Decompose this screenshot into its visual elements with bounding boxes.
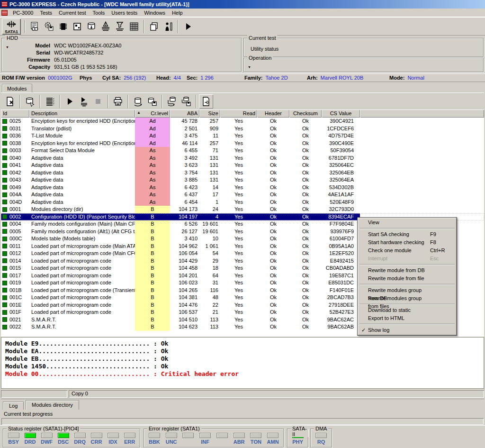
delete-module-button[interactable] — [3, 94, 17, 109]
user-mode-button[interactable] — [161, 19, 175, 34]
log-output[interactable]: Module E9.............................. … — [1, 337, 484, 389]
module-id-cell: 0012 — [1, 250, 29, 257]
module-status-icon — [2, 302, 7, 307]
module-size: 54 — [199, 250, 220, 257]
operation-dropdown-button[interactable]: ▼ — [246, 64, 253, 70]
tab-modules[interactable]: Modules — [2, 84, 32, 92]
heads-test-button[interactable] — [99, 19, 113, 34]
module-header: Ok — [257, 176, 289, 184]
export-db-button[interactable] — [23, 94, 37, 109]
module-row-0040[interactable]: 0040Adaptive dataAs3 492131YesOkOk6781DF… — [1, 155, 484, 162]
led-slot: RQ — [313, 433, 329, 445]
menu-item-start-sa-checking[interactable]: Start SA checkingF9 — [359, 230, 456, 238]
column-header-cs-value[interactable]: CS Value — [322, 110, 360, 118]
module-row-0049[interactable]: 0049Adaptive dataAs6 42314YesOkOk534D302… — [1, 184, 484, 192]
module-cr-level: B — [135, 257, 170, 265]
menu-users-tests[interactable]: Users tests — [108, 9, 141, 17]
menu-tests[interactable]: Tests — [36, 9, 55, 17]
column-header-size[interactable]: Size — [199, 110, 220, 118]
hdd-field-firmware: Firmware05.01D05 — [2, 56, 241, 64]
board-test-button[interactable] — [70, 19, 84, 34]
info-mode-: Mode:Normal — [389, 75, 424, 81]
info-label: Head: — [156, 75, 171, 81]
save-module-db-button[interactable] — [145, 94, 159, 109]
menu-item-start-hardware-checking[interactable]: Start hardware checkingF8 — [359, 238, 456, 247]
hdd-report-button[interactable] — [27, 19, 42, 34]
menu-item-view[interactable]: View — [359, 219, 456, 227]
column-header-checksum[interactable]: Checksum — [289, 110, 322, 118]
column-header-read[interactable]: Read — [220, 110, 257, 118]
menu-item-rewrite-module-from-db[interactable]: Rewrite module from DB — [359, 266, 456, 274]
modules-tab-bar: Modules — [1, 82, 484, 92]
column-header-description[interactable]: Description — [29, 110, 135, 118]
menu-windows[interactable]: Windows — [141, 9, 169, 17]
info-label: Mode: — [389, 75, 404, 81]
tab-log[interactable]: Log — [3, 402, 24, 410]
module-row-004A[interactable]: 004AAdaptive dataAs6 43717YesOkOk4AE1A1A… — [1, 191, 484, 199]
module-size: 257 — [199, 140, 220, 147]
module-row-0043[interactable]: 0043Adaptive dataAs3 885131YesOkOk325064… — [1, 176, 484, 184]
module-row-0003[interactable]: 0003Format Select Data ModuleAs6 45571Ye… — [1, 147, 484, 155]
column-header-header[interactable]: Header — [257, 110, 289, 118]
menu-current-test[interactable]: Current test — [55, 9, 89, 17]
export-html-button[interactable] — [199, 94, 213, 109]
funnel-icon — [115, 21, 125, 32]
drive-info-bar: ROM F/W version0001002GPhysCyl SA:256 (1… — [0, 73, 485, 82]
read-module-db-button[interactable] — [131, 94, 145, 109]
module-id: 0043 — [9, 176, 21, 184]
menu-item-check-one-module[interactable]: Check one moduleCtrl+R — [359, 247, 456, 255]
menu-item-download-to-static[interactable]: Download to static — [359, 306, 456, 314]
module-id-cell: 0015 — [1, 265, 29, 272]
module-description: Translator (pdlist) — [29, 125, 135, 133]
module-checksum: Ok — [289, 323, 322, 331]
module-checksum: Ok — [289, 132, 322, 140]
print-button[interactable] — [111, 94, 125, 109]
module-row-0025[interactable]: 0025Encyiption keys for encripted HDD (E… — [1, 118, 484, 125]
surface-grid-button[interactable] — [127, 19, 141, 34]
menu-item-export-to-html[interactable]: Export to HTML — [359, 314, 456, 322]
menu-item-show-log[interactable]: ✓Show log — [359, 326, 456, 334]
stop-button[interactable] — [91, 94, 105, 109]
copy-button[interactable] — [147, 19, 161, 34]
start-with-options-button[interactable] — [77, 94, 91, 109]
module-row-0041[interactable]: 0041Adaptive dataAs3 623131YesOkOk325064… — [1, 162, 484, 169]
module-header: Ok — [257, 206, 289, 213]
column-header-id[interactable]: Id — [1, 110, 29, 118]
translator-button[interactable] — [113, 19, 127, 34]
child-window-icon[interactable] — [1, 10, 8, 16]
module-header: Ok — [257, 220, 289, 228]
info-value: Marvell ROYL 20B — [321, 75, 364, 81]
utility-settings-button[interactable] — [42, 19, 56, 34]
read-group-db-button[interactable] — [165, 94, 179, 109]
tab-modules-directory[interactable]: Modules directory — [26, 400, 79, 410]
module-cs-value: 2BCAD7B3 — [322, 294, 360, 302]
start-checking-button[interactable] — [63, 94, 77, 109]
rom-button[interactable] — [56, 19, 70, 34]
module-id-cell: 0025 — [1, 118, 29, 125]
module-id: 001B — [9, 287, 22, 294]
menu-help[interactable]: Help — [169, 9, 186, 17]
grid-icon — [129, 21, 139, 32]
module-row-0042[interactable]: 0042Adaptive dataAs3 754131YesOkOk325064… — [1, 169, 484, 177]
statusbar-panel-1: Copy 0 — [69, 390, 484, 398]
menu-item-rewrite-modules-group-from-db[interactable]: Rewrite modules group from DB — [359, 286, 456, 294]
module-row-0038[interactable]: 0038Encyiption keys for encripted HDD (E… — [1, 140, 484, 147]
menu-item-rewrite-modules-group-from-files[interactable]: Rewrite modules group from files — [359, 294, 456, 302]
column-header-aba[interactable]: ABA — [170, 110, 199, 118]
module-id: 004A — [9, 191, 22, 199]
module-row-0001[interactable]: 0001Modules directory (dir)B104 17324Yes… — [1, 206, 484, 213]
save-group-db-button[interactable] — [179, 94, 193, 109]
module-row-004D[interactable]: 004DAdaptive dataAs6 4541YesOkOk520E48F9 — [1, 199, 484, 206]
menu-pc-3000[interactable]: PC-3000 — [9, 9, 36, 17]
column-header-cr-level[interactable]: ▲Cr.level — [135, 110, 170, 118]
menu-item-rewrite-module-from-file[interactable]: Rewrite module from file — [359, 274, 456, 283]
run-button[interactable] — [181, 19, 195, 34]
module-row-0036[interactable]: 0036T-List ModuleAd3 47511YesOkOk4D757D4… — [1, 132, 484, 140]
modules-list-button[interactable] — [43, 94, 57, 109]
module-id-cell: 0049 — [1, 184, 29, 192]
led-dsc-indicator — [58, 433, 69, 438]
menu-tools[interactable]: Tools — [90, 9, 108, 17]
module-row-0031[interactable]: 0031Translator (pdlist)Ad2 501909YesOkOk… — [1, 125, 484, 133]
service-data-button[interactable] — [84, 19, 99, 34]
port-sata1-button[interactable]: SATA1 — [2, 18, 21, 35]
